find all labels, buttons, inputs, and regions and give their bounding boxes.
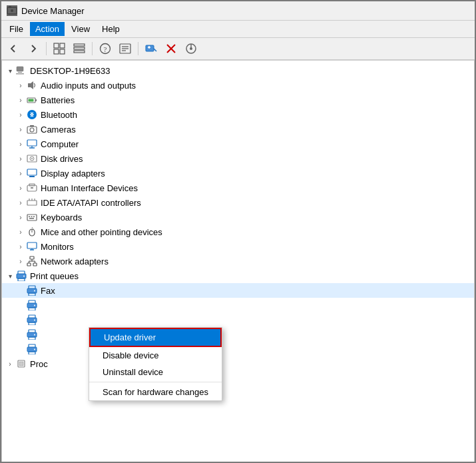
tree-item-audio[interactable]: › Audio inputs and outputs xyxy=(2,78,474,93)
printer5-icon xyxy=(26,343,38,355)
svg-rect-75 xyxy=(29,293,35,296)
context-menu-update-driver[interactable]: Update driver xyxy=(89,328,222,347)
tree-item-monitors[interactable]: › Monitors xyxy=(2,239,474,254)
expander-disk[interactable]: › xyxy=(15,153,26,164)
expander-keyboards[interactable]: › xyxy=(15,212,26,223)
ide-icon xyxy=(26,197,38,209)
svg-rect-42 xyxy=(27,169,37,175)
svg-rect-51 xyxy=(27,215,37,221)
forward-button[interactable] xyxy=(24,40,43,57)
toolbar-separator-3 xyxy=(138,42,138,55)
tree-item-print5[interactable]: › xyxy=(2,342,474,356)
expander-monitors[interactable]: › xyxy=(15,241,26,252)
svg-rect-10 xyxy=(74,51,85,53)
menu-view[interactable]: View xyxy=(66,22,95,36)
svg-rect-53 xyxy=(31,217,33,218)
view-type-button[interactable] xyxy=(50,40,69,57)
svg-rect-91 xyxy=(29,352,35,354)
svg-point-76 xyxy=(34,290,35,292)
tree-item-network[interactable]: › Network adapters xyxy=(2,254,474,268)
bluetooth-label: Bluetooth xyxy=(41,110,77,120)
tree-item-batteries[interactable]: › Batteries xyxy=(2,93,474,107)
title-bar: Device Manager xyxy=(1,1,475,21)
expander-cameras[interactable]: › xyxy=(15,124,26,135)
display-icon xyxy=(26,167,38,179)
expander-print-queues[interactable]: ▾ xyxy=(5,270,15,281)
back-button[interactable] xyxy=(4,40,23,57)
device-tree[interactable]: ▾ DESKTOP-1H9E633 › Audio inputs and out… xyxy=(2,61,474,462)
menu-action[interactable]: Action xyxy=(30,22,65,36)
svg-rect-26 xyxy=(18,72,22,73)
svg-rect-54 xyxy=(33,217,35,218)
expander-ide[interactable]: › xyxy=(15,197,26,208)
context-menu-disable-device[interactable]: Disable device xyxy=(89,347,222,364)
device-manager-window: Device Manager File Action View Help ? xyxy=(0,0,476,463)
tree-item-ide[interactable]: › IDE ATA/ATAPI controllers xyxy=(2,195,474,210)
svg-rect-4 xyxy=(54,43,59,48)
monitors-icon xyxy=(26,240,38,252)
tree-item-computer[interactable]: › Computer xyxy=(2,137,474,151)
tree-item-root[interactable]: ▾ DESKTOP-1H9E633 xyxy=(2,63,474,78)
svg-rect-7 xyxy=(60,49,65,54)
context-menu-uninstall-device[interactable]: Uninstall device xyxy=(89,364,222,380)
tree-item-fax[interactable]: › Fax xyxy=(2,283,474,298)
tree-item-display[interactable]: › Display adapters xyxy=(2,166,474,181)
tree-item-disk[interactable]: › Disk drives xyxy=(2,151,474,166)
expander-network[interactable]: › xyxy=(15,256,26,266)
tree-item-hid[interactable]: › Human Interface Devices xyxy=(2,181,474,195)
svg-rect-31 xyxy=(29,99,34,102)
properties-button[interactable] xyxy=(116,40,134,57)
main-content-area: ▾ DESKTOP-1H9E633 › Audio inputs and out… xyxy=(1,60,475,463)
proc-label: Proc xyxy=(30,359,48,369)
print-queues-icon xyxy=(15,270,27,282)
details-button[interactable] xyxy=(70,40,89,57)
svg-rect-25 xyxy=(17,67,23,71)
audio-label: Audio inputs and outputs xyxy=(41,81,136,91)
expander-batteries[interactable]: › xyxy=(15,95,26,105)
expander-root[interactable]: ▾ xyxy=(5,65,15,76)
expander-proc[interactable]: › xyxy=(5,358,15,369)
fax-icon xyxy=(26,284,38,296)
svg-text:?: ? xyxy=(104,45,107,53)
tree-item-proc[interactable]: › Proc xyxy=(2,356,474,371)
svg-rect-35 xyxy=(30,125,34,127)
svg-rect-83 xyxy=(29,322,35,325)
remove-device-button[interactable] xyxy=(162,40,180,57)
svg-point-84 xyxy=(34,320,35,321)
tree-item-cameras[interactable]: › Cameras xyxy=(2,122,474,137)
tree-item-print4[interactable]: › xyxy=(2,327,474,342)
cameras-label: Cameras xyxy=(41,125,76,135)
title-bar-text: Device Manager xyxy=(21,6,85,16)
hid-label: Human Interface Devices xyxy=(41,183,138,193)
expander-mice[interactable]: › xyxy=(15,227,26,237)
tree-item-mice[interactable]: › Mice and other pointing devices xyxy=(2,225,474,239)
mice-icon xyxy=(26,226,38,238)
context-menu-scan-hardware[interactable]: Scan for hardware changes xyxy=(89,384,222,400)
ide-label: IDE ATA/ATAPI controllers xyxy=(41,198,141,208)
menu-bar: File Action View Help xyxy=(1,21,475,38)
tree-item-print-queues[interactable]: ▾ Print queues xyxy=(2,268,474,283)
context-menu-separator xyxy=(89,382,222,382)
scan-changes-button[interactable] xyxy=(182,40,200,57)
menu-file[interactable]: File xyxy=(4,22,29,36)
keyboards-icon xyxy=(26,211,38,223)
svg-rect-79 xyxy=(29,308,35,310)
expander-hid[interactable]: › xyxy=(15,183,26,193)
expander-bluetooth[interactable]: › xyxy=(15,109,26,120)
help-button[interactable]: ? xyxy=(96,40,115,57)
svg-rect-87 xyxy=(29,337,35,340)
expander-display[interactable]: › xyxy=(15,168,26,179)
expander-computer[interactable]: › xyxy=(15,139,26,149)
svg-point-32 xyxy=(27,110,37,119)
expander-audio[interactable]: › xyxy=(15,80,26,91)
computer-category-icon xyxy=(26,138,38,150)
computer-icon xyxy=(15,65,27,77)
tree-item-keyboards[interactable]: › Keyboards xyxy=(2,210,474,225)
menu-help[interactable]: Help xyxy=(97,22,125,36)
add-hardware-button[interactable] xyxy=(142,40,160,57)
tree-item-print2[interactable]: › xyxy=(2,298,474,312)
network-icon xyxy=(26,255,38,267)
tree-item-print3[interactable]: › xyxy=(2,312,474,327)
svg-rect-28 xyxy=(28,83,31,87)
tree-item-bluetooth[interactable]: › Bluetooth xyxy=(2,107,474,122)
